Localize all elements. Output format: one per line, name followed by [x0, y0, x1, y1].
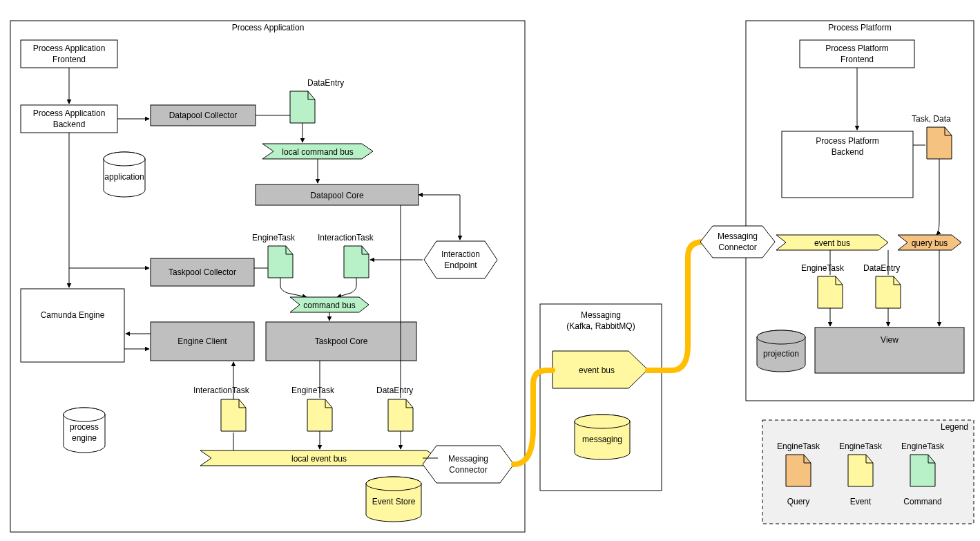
svg-text:Backend: Backend — [53, 120, 86, 129]
svg-text:InteractionTask: InteractionTask — [193, 386, 250, 395]
svg-text:DataEntry: DataEntry — [307, 78, 344, 88]
svg-text:event bus: event bus — [579, 366, 615, 375]
svg-text:EngineTask: EngineTask — [801, 263, 845, 273]
local-command-bus: local command bus — [262, 144, 373, 159]
svg-text:EngineTask: EngineTask — [252, 233, 296, 243]
svg-text:Taskpool Collector: Taskpool Collector — [169, 267, 236, 277]
svg-text:projection: projection — [763, 349, 799, 359]
pp-engine-task-note: EngineTask — [801, 263, 845, 308]
svg-text:Messaging: Messaging — [581, 310, 621, 320]
svg-text:Process Application: Process Application — [33, 108, 106, 118]
data-entry-note-green: DataEntry — [290, 78, 344, 123]
svg-text:EngineTask: EngineTask — [839, 442, 883, 451]
svg-text:Task, Data: Task, Data — [912, 114, 951, 124]
svg-point-10 — [104, 152, 145, 166]
svg-text:Datapool Collector: Datapool Collector — [169, 111, 238, 120]
svg-text:EngineTask: EngineTask — [291, 386, 335, 395]
svg-text:Query: Query — [787, 497, 810, 506]
svg-text:Messaging: Messaging — [718, 231, 758, 241]
svg-text:DataEntry: DataEntry — [863, 263, 900, 273]
svg-point-47 — [575, 415, 630, 428]
arrow-enginetask-to-cb — [280, 278, 307, 297]
svg-point-28 — [64, 408, 105, 421]
svg-text:Legend: Legend — [941, 422, 968, 432]
svg-text:command bus: command bus — [303, 301, 355, 310]
svg-text:event bus: event bus — [814, 238, 850, 248]
svg-point-36 — [366, 477, 421, 491]
engine-task-note-yellow: EngineTask — [291, 386, 335, 431]
svg-text:process: process — [70, 422, 99, 432]
svg-text:Frontend: Frontend — [840, 55, 874, 64]
svg-text:(Kafka, RabbitMQ): (Kafka, RabbitMQ) — [566, 321, 635, 331]
svg-text:View: View — [881, 335, 899, 345]
thick-link-left — [514, 370, 553, 464]
process-engine-db: process engine — [64, 408, 105, 453]
messaging-db: messaging — [575, 415, 630, 459]
pp-frontend-box: Process Platform Frontend — [800, 40, 914, 68]
svg-text:Engine Client: Engine Client — [177, 336, 227, 346]
event-bus-center: event bus — [553, 351, 648, 388]
interaction-task-note-yellow: InteractionTask — [193, 386, 250, 431]
svg-text:Process Platform: Process Platform — [816, 136, 878, 146]
svg-text:Endpoint: Endpoint — [444, 260, 477, 270]
pp-query-bus: query bus — [898, 235, 961, 250]
data-entry-note-yellow: DataEntry — [376, 386, 413, 431]
engine-task-note-green: EngineTask — [252, 233, 296, 278]
svg-text:application: application — [104, 172, 144, 182]
application-db: application — [104, 152, 145, 197]
arrow-dpcore-to-endpoint — [419, 195, 460, 240]
datapool-collector-box: Datapool Collector — [151, 105, 256, 126]
process-platform-title: Process Platform — [828, 23, 891, 32]
pp-backend-box: Process Platform Backend — [782, 131, 913, 198]
local-event-bus: local event bus — [200, 450, 438, 466]
datapool-core-box: Datapool Core — [256, 184, 419, 205]
svg-text:EngineTask: EngineTask — [777, 442, 820, 451]
messaging-connector-left: Messaging Connector — [423, 446, 514, 483]
interaction-endpoint: Interaction Endpoint — [424, 241, 497, 278]
svg-point-64 — [757, 330, 805, 344]
view-box: View — [815, 328, 964, 373]
svg-text:query bus: query bus — [912, 238, 948, 248]
svg-text:Datapool Core: Datapool Core — [310, 191, 364, 200]
svg-text:Connector: Connector — [718, 243, 756, 252]
interaction-task-note-green: InteractionTask — [318, 233, 374, 278]
svg-rect-66 — [815, 328, 964, 373]
arrow-interactiontask-to-cb — [337, 278, 356, 297]
pp-data-entry-note: DataEntry — [863, 263, 901, 308]
svg-text:Process Application: Process Application — [33, 44, 106, 53]
process-application-title: Process Application — [232, 23, 305, 32]
taskpool-core-box: Taskpool Core — [266, 322, 416, 361]
svg-text:Backend: Backend — [832, 147, 864, 157]
svg-text:Frontend: Frontend — [52, 55, 86, 64]
svg-text:local command bus: local command bus — [282, 147, 353, 157]
svg-text:Process Platform: Process Platform — [825, 44, 888, 53]
projection-db: projection — [757, 330, 805, 372]
camunda-engine-box: Camunda Engine — [21, 289, 124, 362]
svg-text:engine: engine — [72, 433, 97, 443]
svg-text:Taskpool Core: Taskpool Core — [315, 336, 368, 346]
command-bus: command bus — [290, 297, 369, 312]
svg-rect-42 — [540, 304, 662, 491]
svg-text:InteractionTask: InteractionTask — [318, 233, 374, 243]
svg-text:Event: Event — [850, 497, 872, 506]
thick-link-right — [648, 242, 703, 370]
taskpool-collector-box: Taskpool Collector — [151, 258, 254, 286]
svg-text:Command: Command — [903, 497, 941, 506]
svg-text:EngineTask: EngineTask — [901, 442, 945, 451]
svg-text:Connector: Connector — [449, 465, 487, 475]
pp-event-bus: event bus — [776, 235, 888, 250]
engine-client-box: Engine Client — [151, 322, 254, 361]
svg-text:Camunda Engine: Camunda Engine — [41, 310, 105, 320]
svg-text:DataEntry: DataEntry — [376, 386, 413, 395]
architecture-diagram: Process Application Process Application … — [0, 0, 980, 541]
svg-rect-16 — [21, 289, 124, 362]
event-store-db: Event Store — [366, 477, 421, 522]
svg-text:messaging: messaging — [582, 435, 622, 444]
svg-text:Messaging: Messaging — [448, 454, 488, 464]
svg-text:Event Store: Event Store — [372, 497, 416, 506]
svg-text:local event bus: local event bus — [291, 454, 347, 464]
task-data-note: Task, Data — [912, 114, 952, 159]
messaging-container: Messaging (Kafka, RabbitMQ) — [540, 304, 662, 491]
pa-frontend-box: Process Application Frontend — [21, 40, 117, 68]
svg-text:Interaction: Interaction — [441, 249, 480, 259]
